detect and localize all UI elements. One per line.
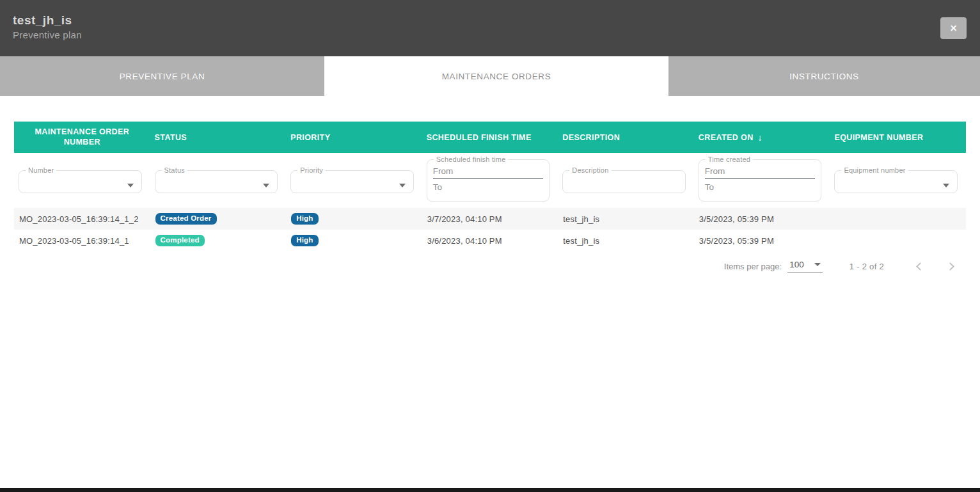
table-header-row: MAINTENANCE ORDER NUMBER STATUS PRIORITY…: [14, 122, 966, 153]
column-header-created-on[interactable]: CREATED ON ↓: [694, 122, 830, 153]
tab-label: INSTRUCTIONS: [789, 72, 858, 81]
page-subtitle: Preventive plan: [13, 29, 82, 40]
priority-filter[interactable]: Priority: [290, 166, 414, 193]
column-header-maintenance-order-number[interactable]: MAINTENANCE ORDER NUMBER: [14, 122, 150, 153]
close-icon: ✕: [950, 23, 958, 33]
column-header-scheduled-finish-time[interactable]: SCHEDULED FINISH TIME: [422, 122, 558, 153]
number-filter[interactable]: Number: [19, 166, 142, 193]
time-created-from-input[interactable]: [705, 163, 816, 179]
cell-scheduled-finish-time: 3/7/2023, 04:10 PM: [422, 214, 558, 224]
tab-label: PREVENTIVE PLAN: [120, 72, 205, 81]
window-bottom-edge: [0, 488, 980, 492]
scheduled-finish-time-filter: Scheduled finish time: [427, 155, 550, 202]
table-row[interactable]: MO_2023-03-05_16:39:14_1 Completed High …: [14, 230, 966, 251]
chevron-down-icon[interactable]: [127, 184, 134, 187]
column-header-equipment-number[interactable]: EQUIPMENT NUMBER: [830, 122, 966, 153]
priority-badge: High: [291, 235, 318, 246]
page-range-label: 1 - 2 of 2: [850, 262, 884, 271]
scheduled-finish-from-input[interactable]: [433, 163, 544, 179]
cell-priority: High: [286, 235, 422, 246]
tab-bar: PREVENTIVE PLAN MAINTENANCE ORDERS INSTR…: [0, 56, 980, 96]
cell-status: Created Order: [150, 213, 287, 225]
scheduled-finish-to-input[interactable]: [433, 179, 544, 195]
priority-badge: High: [291, 213, 318, 225]
tab-preventive-plan[interactable]: PREVENTIVE PLAN: [0, 56, 324, 96]
cell-status: Completed: [150, 235, 287, 246]
filter-cell: Time created: [694, 153, 830, 208]
chevron-down-icon[interactable]: [399, 184, 406, 187]
column-header-label: DESCRIPTION: [562, 133, 620, 142]
filter-cell: Equipment number: [830, 153, 966, 208]
cell-scheduled-finish-time: 3/6/2023, 04:10 PM: [422, 236, 558, 246]
cell-description: test_jh_is: [558, 236, 694, 246]
equipment-number-filter-input[interactable]: [841, 174, 951, 188]
chevron-down-icon: [814, 263, 821, 266]
next-page-icon[interactable]: [946, 262, 954, 271]
description-filter-input[interactable]: [569, 174, 679, 188]
maintenance-orders-table: MAINTENANCE ORDER NUMBER STATUS PRIORITY…: [14, 122, 966, 273]
priority-filter-input[interactable]: [297, 174, 407, 188]
status-badge: Created Order: [155, 213, 217, 225]
equipment-number-filter-label: Equipment number: [841, 166, 908, 174]
items-per-page-select[interactable]: 100: [787, 260, 823, 273]
status-filter[interactable]: Status: [155, 166, 278, 193]
column-header-label: MAINTENANCE ORDER NUMBER: [31, 127, 133, 147]
filter-cell: Status: [150, 153, 287, 208]
column-header-label: CREATED ON: [699, 133, 754, 142]
previous-page-icon[interactable]: [916, 262, 924, 271]
chevron-down-icon[interactable]: [263, 184, 269, 187]
items-per-page-label: Items per page:: [724, 262, 782, 271]
cell-order-number: MO_2023-03-05_16:39:14_1_2: [14, 214, 150, 224]
cell-created-on: 3/5/2023, 05:39 PM: [694, 214, 830, 224]
status-badge: Completed: [155, 235, 205, 246]
chevron-down-icon[interactable]: [943, 184, 949, 187]
cell-priority: High: [286, 213, 422, 225]
time-created-filter: Time created: [699, 155, 822, 202]
sort-desc-icon[interactable]: ↓: [758, 132, 763, 143]
time-created-to-input[interactable]: [705, 179, 816, 195]
tab-label: MAINTENANCE ORDERS: [442, 72, 551, 81]
column-header-label: EQUIPMENT NUMBER: [834, 133, 923, 142]
tab-instructions[interactable]: INSTRUCTIONS: [668, 56, 980, 96]
filter-cell: Priority: [286, 153, 422, 208]
page-title: test_jh_is: [13, 13, 72, 28]
dialog-header: test_jh_is Preventive plan ✕: [0, 0, 980, 56]
table-row[interactable]: MO_2023-03-05_16:39:14_1_2 Created Order…: [14, 208, 966, 230]
column-header-description[interactable]: DESCRIPTION: [558, 122, 694, 153]
cell-created-on: 3/5/2023, 05:39 PM: [694, 236, 830, 246]
cell-order-number: MO_2023-03-05_16:39:14_1: [14, 236, 150, 246]
filter-cell: Number: [14, 153, 150, 208]
tab-maintenance-orders[interactable]: MAINTENANCE ORDERS: [324, 56, 668, 96]
paginator: Items per page: 100 1 - 2 of 2: [14, 260, 966, 273]
cell-description: test_jh_is: [558, 214, 694, 224]
filter-cell: Scheduled finish time: [422, 153, 558, 208]
items-per-page-value: 100: [789, 260, 804, 269]
number-filter-input[interactable]: [25, 174, 136, 188]
column-header-label: STATUS: [155, 133, 187, 142]
close-button[interactable]: ✕: [940, 17, 967, 39]
column-header-label: SCHEDULED FINISH TIME: [427, 133, 532, 142]
time-created-filter-label: Time created: [706, 155, 753, 163]
description-filter[interactable]: Description: [562, 166, 686, 193]
column-header-priority[interactable]: PRIORITY: [286, 122, 422, 153]
priority-filter-label: Priority: [297, 166, 326, 174]
column-header-label: PRIORITY: [290, 133, 330, 142]
number-filter-label: Number: [26, 166, 56, 174]
filter-row: Number Status Priority Scheduled finish …: [14, 153, 966, 208]
description-filter-label: Description: [569, 166, 611, 174]
column-header-status[interactable]: STATUS: [150, 122, 287, 153]
status-filter-label: Status: [162, 166, 187, 174]
status-filter-input[interactable]: [161, 174, 272, 188]
filter-cell: Description: [558, 153, 694, 208]
equipment-number-filter[interactable]: Equipment number: [834, 166, 958, 193]
scheduled-finish-time-filter-label: Scheduled finish time: [434, 155, 509, 163]
